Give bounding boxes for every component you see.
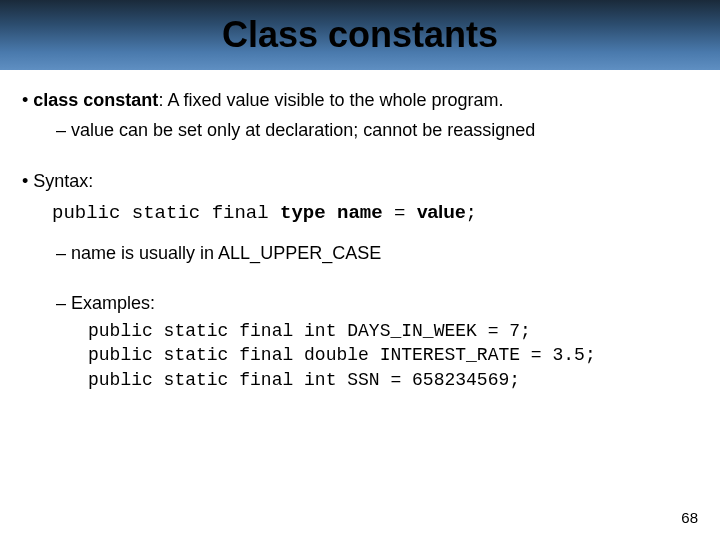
bullet-sub-1: – value can be set only at declaration; … [56,118,698,142]
syntax-eq: = [383,202,417,224]
syntax-name: name [337,202,383,224]
bullet-sub-2: – name is usually in ALL_UPPER_CASE [56,241,698,265]
page-number: 68 [681,509,698,526]
term-rest: : A fixed value visible to the whole pro… [158,90,503,110]
sub3-text: Examples: [71,293,155,313]
syntax-value: value [417,201,466,222]
syntax-prefix: public static final [52,202,280,224]
title-bar: Class constants [0,0,720,70]
sub2-text: name is usually in ALL_UPPER_CASE [71,243,381,263]
slide-content: • class constant: A fixed value visible … [0,70,720,402]
bullet-definition: • class constant: A fixed value visible … [22,88,698,112]
bullet-syntax: • Syntax: [22,169,698,193]
syntax-type: type [280,202,326,224]
term-label: class constant [33,90,158,110]
syntax-line: public static final type name = value; [52,199,698,227]
slide-title: Class constants [222,14,498,56]
example-code: public static final int DAYS_IN_WEEK = 7… [88,319,698,392]
bullet-sub-3: – Examples: [56,291,698,315]
syntax-label: Syntax: [33,171,93,191]
syntax-semi: ; [465,202,476,224]
sub1-text: value can be set only at declaration; ca… [71,120,535,140]
